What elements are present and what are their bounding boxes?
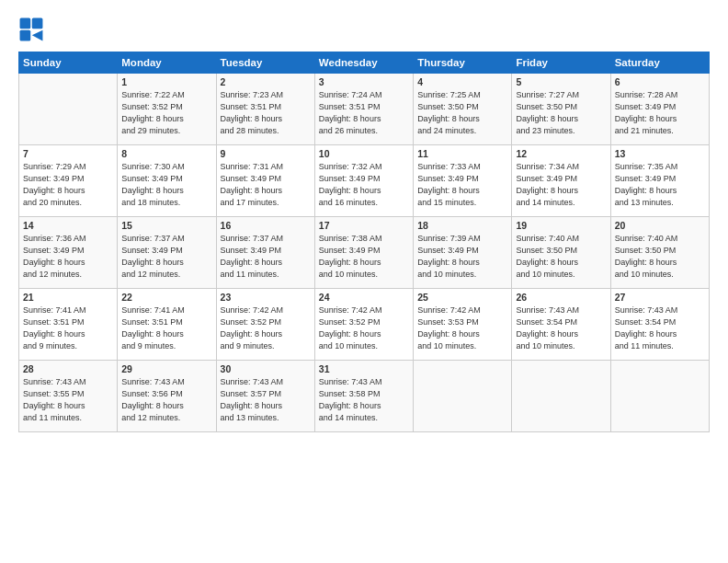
- day-info: Sunrise: 7:27 AM Sunset: 3:50 PM Dayligh…: [516, 89, 606, 137]
- week-row-5: 28Sunrise: 7:43 AM Sunset: 3:55 PM Dayli…: [19, 361, 710, 432]
- day-number: 26: [516, 292, 606, 303]
- day-info: Sunrise: 7:30 AM Sunset: 3:49 PM Dayligh…: [121, 161, 211, 209]
- week-row-2: 7Sunrise: 7:29 AM Sunset: 3:49 PM Daylig…: [19, 145, 710, 217]
- day-number: 11: [417, 148, 507, 159]
- page: SundayMondayTuesdayWednesdayThursdayFrid…: [0, 0, 728, 563]
- day-cell: 8Sunrise: 7:30 AM Sunset: 3:49 PM Daylig…: [118, 145, 216, 217]
- day-number: 3: [319, 76, 409, 87]
- svg-rect-1: [32, 18, 43, 29]
- day-info: Sunrise: 7:42 AM Sunset: 3:53 PM Dayligh…: [417, 304, 507, 352]
- day-number: 5: [516, 76, 606, 87]
- day-number: 7: [23, 148, 113, 159]
- day-info: Sunrise: 7:37 AM Sunset: 3:49 PM Dayligh…: [121, 233, 211, 281]
- col-header-monday: Monday: [118, 52, 216, 74]
- svg-marker-3: [32, 30, 43, 41]
- day-number: 6: [615, 76, 705, 87]
- day-info: Sunrise: 7:29 AM Sunset: 3:49 PM Dayligh…: [23, 161, 113, 209]
- day-number: 24: [319, 292, 409, 303]
- svg-rect-2: [20, 30, 31, 41]
- calendar-table: SundayMondayTuesdayWednesdayThursdayFrid…: [18, 52, 710, 432]
- day-cell: 6Sunrise: 7:28 AM Sunset: 3:49 PM Daylig…: [610, 74, 709, 145]
- day-number: 25: [417, 292, 507, 303]
- day-info: Sunrise: 7:43 AM Sunset: 3:54 PM Dayligh…: [516, 304, 606, 352]
- day-info: Sunrise: 7:39 AM Sunset: 3:49 PM Dayligh…: [417, 233, 507, 281]
- day-cell: 26Sunrise: 7:43 AM Sunset: 3:54 PM Dayli…: [512, 289, 610, 361]
- day-cell: 27Sunrise: 7:43 AM Sunset: 3:54 PM Dayli…: [610, 289, 709, 361]
- day-info: Sunrise: 7:40 AM Sunset: 3:50 PM Dayligh…: [615, 233, 705, 281]
- day-cell: 28Sunrise: 7:43 AM Sunset: 3:55 PM Dayli…: [19, 361, 118, 432]
- day-cell: 1Sunrise: 7:22 AM Sunset: 3:52 PM Daylig…: [118, 74, 216, 145]
- day-info: Sunrise: 7:43 AM Sunset: 3:57 PM Dayligh…: [221, 376, 311, 424]
- day-cell: 29Sunrise: 7:43 AM Sunset: 3:56 PM Dayli…: [118, 361, 216, 432]
- col-header-wednesday: Wednesday: [314, 52, 413, 74]
- day-cell: [512, 361, 610, 432]
- day-cell: 21Sunrise: 7:41 AM Sunset: 3:51 PM Dayli…: [19, 289, 118, 361]
- day-info: Sunrise: 7:22 AM Sunset: 3:52 PM Dayligh…: [121, 89, 211, 137]
- day-number: 9: [221, 148, 311, 159]
- day-cell: 12Sunrise: 7:34 AM Sunset: 3:49 PM Dayli…: [512, 145, 610, 217]
- day-cell: 14Sunrise: 7:36 AM Sunset: 3:49 PM Dayli…: [19, 217, 118, 289]
- day-cell: 19Sunrise: 7:40 AM Sunset: 3:50 PM Dayli…: [512, 217, 610, 289]
- day-cell: 4Sunrise: 7:25 AM Sunset: 3:50 PM Daylig…: [414, 74, 512, 145]
- day-info: Sunrise: 7:37 AM Sunset: 3:49 PM Dayligh…: [221, 233, 311, 281]
- day-number: 16: [221, 220, 311, 231]
- day-cell: [414, 361, 512, 432]
- day-cell: 22Sunrise: 7:41 AM Sunset: 3:51 PM Dayli…: [118, 289, 216, 361]
- day-info: Sunrise: 7:43 AM Sunset: 3:58 PM Dayligh…: [319, 376, 409, 424]
- day-cell: 13Sunrise: 7:35 AM Sunset: 3:49 PM Dayli…: [610, 145, 709, 217]
- day-cell: 9Sunrise: 7:31 AM Sunset: 3:49 PM Daylig…: [216, 145, 314, 217]
- day-cell: 23Sunrise: 7:42 AM Sunset: 3:52 PM Dayli…: [216, 289, 314, 361]
- day-info: Sunrise: 7:31 AM Sunset: 3:49 PM Dayligh…: [221, 161, 311, 209]
- week-row-4: 21Sunrise: 7:41 AM Sunset: 3:51 PM Dayli…: [19, 289, 710, 361]
- day-cell: 2Sunrise: 7:23 AM Sunset: 3:51 PM Daylig…: [216, 74, 314, 145]
- col-header-tuesday: Tuesday: [216, 52, 314, 74]
- day-info: Sunrise: 7:35 AM Sunset: 3:49 PM Dayligh…: [615, 161, 705, 209]
- col-header-sunday: Sunday: [19, 52, 118, 74]
- day-cell: 15Sunrise: 7:37 AM Sunset: 3:49 PM Dayli…: [118, 217, 216, 289]
- day-cell: 16Sunrise: 7:37 AM Sunset: 3:49 PM Dayli…: [216, 217, 314, 289]
- col-header-friday: Friday: [512, 52, 610, 74]
- day-info: Sunrise: 7:32 AM Sunset: 3:49 PM Dayligh…: [319, 161, 409, 209]
- day-number: 14: [23, 220, 113, 231]
- week-row-3: 14Sunrise: 7:36 AM Sunset: 3:49 PM Dayli…: [19, 217, 710, 289]
- day-number: 21: [23, 292, 113, 303]
- day-cell: 17Sunrise: 7:38 AM Sunset: 3:49 PM Dayli…: [314, 217, 413, 289]
- day-cell: 24Sunrise: 7:42 AM Sunset: 3:52 PM Dayli…: [314, 289, 413, 361]
- col-header-saturday: Saturday: [610, 52, 709, 74]
- day-info: Sunrise: 7:38 AM Sunset: 3:49 PM Dayligh…: [319, 233, 409, 281]
- day-cell: 20Sunrise: 7:40 AM Sunset: 3:50 PM Dayli…: [610, 217, 709, 289]
- logo: [18, 17, 48, 42]
- day-number: 29: [121, 363, 211, 374]
- day-cell: [610, 361, 709, 432]
- day-number: 31: [319, 363, 409, 374]
- day-info: Sunrise: 7:41 AM Sunset: 3:51 PM Dayligh…: [23, 304, 113, 352]
- day-info: Sunrise: 7:43 AM Sunset: 3:55 PM Dayligh…: [23, 376, 113, 424]
- day-info: Sunrise: 7:28 AM Sunset: 3:49 PM Dayligh…: [615, 89, 705, 137]
- day-number: 23: [221, 292, 311, 303]
- day-number: 8: [121, 148, 211, 159]
- day-info: Sunrise: 7:33 AM Sunset: 3:49 PM Dayligh…: [417, 161, 507, 209]
- day-number: 28: [23, 363, 113, 374]
- day-number: 27: [615, 292, 705, 303]
- day-info: Sunrise: 7:34 AM Sunset: 3:49 PM Dayligh…: [516, 161, 606, 209]
- day-info: Sunrise: 7:23 AM Sunset: 3:51 PM Dayligh…: [221, 89, 311, 137]
- day-cell: 5Sunrise: 7:27 AM Sunset: 3:50 PM Daylig…: [512, 74, 610, 145]
- day-number: 30: [221, 363, 311, 374]
- day-info: Sunrise: 7:24 AM Sunset: 3:51 PM Dayligh…: [319, 89, 409, 137]
- day-number: 22: [121, 292, 211, 303]
- day-cell: 30Sunrise: 7:43 AM Sunset: 3:57 PM Dayli…: [216, 361, 314, 432]
- header: [18, 17, 710, 42]
- day-number: 13: [615, 148, 705, 159]
- day-info: Sunrise: 7:25 AM Sunset: 3:50 PM Dayligh…: [417, 89, 507, 137]
- day-info: Sunrise: 7:42 AM Sunset: 3:52 PM Dayligh…: [221, 304, 311, 352]
- day-cell: [19, 74, 118, 145]
- day-info: Sunrise: 7:40 AM Sunset: 3:50 PM Dayligh…: [516, 233, 606, 281]
- day-info: Sunrise: 7:43 AM Sunset: 3:54 PM Dayligh…: [615, 304, 705, 352]
- day-info: Sunrise: 7:42 AM Sunset: 3:52 PM Dayligh…: [319, 304, 409, 352]
- day-number: 20: [615, 220, 705, 231]
- day-number: 10: [319, 148, 409, 159]
- day-cell: 10Sunrise: 7:32 AM Sunset: 3:49 PM Dayli…: [314, 145, 413, 217]
- day-cell: 11Sunrise: 7:33 AM Sunset: 3:49 PM Dayli…: [414, 145, 512, 217]
- logo-icon: [18, 17, 44, 42]
- day-info: Sunrise: 7:41 AM Sunset: 3:51 PM Dayligh…: [121, 304, 211, 352]
